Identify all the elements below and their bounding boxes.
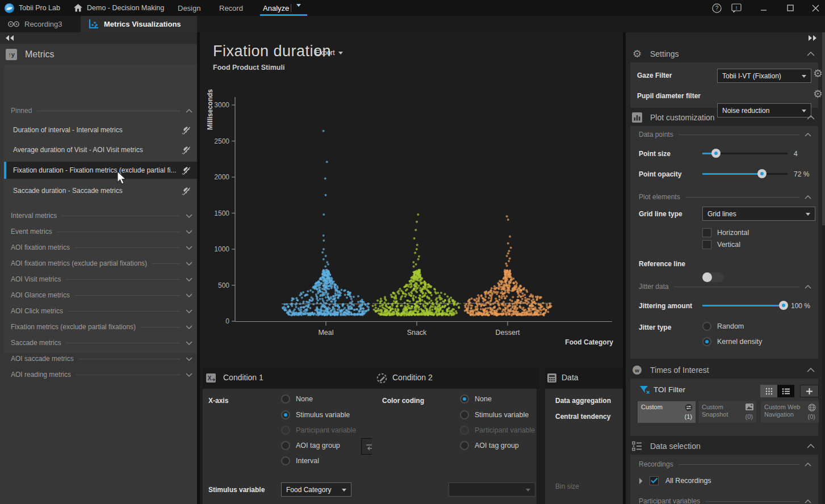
toi-panel: TOI Filter Custom [630,379,818,436]
maximize-button[interactable] [781,0,800,16]
pinned-item[interactable]: Duration of interval - Interval metrics [4,122,197,138]
svg-text:Meal: Meal [318,329,333,337]
stimulus-variable-dropdown[interactable]: Food Category [281,482,351,497]
list-view-button[interactable] [777,385,794,397]
data-selection-panel: Recordings All Recordings Participant va… [630,455,818,504]
nav-tab-analyze[interactable]: Analyze [257,0,295,16]
collapse-left-icon[interactable] [5,35,15,41]
grid-view-button[interactable] [760,385,777,397]
horizontal-checkbox[interactable] [702,228,711,237]
times-of-interest-section-header[interactable]: w Times of Interest [626,364,822,376]
chevron-down-icon [186,325,192,329]
tab-recording3[interactable]: Recording3 [0,16,70,32]
metric-category-aoi-fixation-metrics[interactable]: AOI fixation metrics [11,243,192,252]
settings-section-header[interactable]: ⚙ Settings [626,48,822,60]
toi-card-custom[interactable]: Custom (1) [638,401,696,423]
pinned-item[interactable]: Average duration of Visit - AOI Visit me… [4,142,197,158]
tobii-pro-lab-window: Tobii Pro Lab Demo - Decision Making Des… [0,0,825,504]
analyze-divider [291,4,291,12]
export-button[interactable]: Export [315,49,343,57]
nav-tab-record[interactable]: Record [213,0,249,16]
unpin-icon[interactable] [182,187,190,195]
radio-interval[interactable] [281,456,290,465]
dropdown-caret-icon [806,213,810,216]
minimize-button[interactable] [754,0,773,16]
gaze-filter-gear-icon[interactable]: ⚙ [813,67,823,80]
point-size-slider[interactable] [702,149,788,158]
metric-category-fixation-metrics-exclude-partial-fixations-[interactable]: Fixation metrics (exclude partial fixati… [11,322,192,331]
toi-card-custom-snapshot[interactable]: Custom Snapshot (0) [698,401,756,423]
metric-category-interval-metrics[interactable]: Interval metrics [11,211,192,220]
metric-category-saccade-metrics[interactable]: Saccade metrics [11,338,192,347]
data-points-subheader[interactable]: Data points [639,131,811,138]
help-button[interactable]: ? [707,0,726,16]
point-opacity-slider[interactable] [702,169,788,178]
grid-line-type-dropdown[interactable]: Grid lines [702,207,815,221]
list-view-icon [782,388,790,395]
metric-category-aoi-fixation-metrics-exclude-partial-fixations-[interactable]: AOI fixation metrics (exclude partial fi… [11,259,192,268]
settings-panel: Gaze Filter Tobii I-VT (Fixation) ⚙ Pupi… [630,62,818,108]
add-toi-filter-button[interactable] [800,385,819,397]
central-tendency-label[interactable]: Central tendency [555,413,610,421]
svg-text:1500: 1500 [214,209,229,217]
unpin-icon[interactable] [182,146,190,154]
radio-none[interactable] [281,394,290,404]
metric-category-aoi-visit-metrics[interactable]: AOI Visit metrics [11,275,192,284]
radio-stimulus-variable[interactable] [281,410,290,419]
close-button[interactable] [806,0,825,16]
svg-text:Dessert: Dessert [495,329,520,337]
recordings-subheader[interactable]: Recordings [639,460,811,468]
toi-card-custom-web-navigation[interactable]: Custom Web Navigation (0) [761,401,819,423]
pinned-section-header[interactable]: Pinned [11,106,192,115]
chevron-down-icon [186,373,192,377]
radio-cc-none[interactable] [460,394,469,404]
snapshot-image-icon [746,404,753,410]
right-scrollbar[interactable] [822,32,825,504]
svg-text:3000: 3000 [214,101,229,109]
pinned-item-selected[interactable]: Fixation duration - Fixation metrics (ex… [4,162,197,179]
all-recordings-checkbox[interactable] [650,476,659,485]
unpin-icon[interactable] [182,166,190,175]
bar-chart-icon [632,112,642,123]
mixer-icon [685,404,693,411]
metric-category-aoi-glance-metrics[interactable]: AOI Glance metrics [11,291,192,300]
collapse-right-icon[interactable] [807,35,818,41]
plot-customization-section-header[interactable]: Plot customization [626,111,822,124]
chevron-up-icon [807,52,815,56]
reference-line-toggle[interactable] [702,272,724,282]
metric-category-aoi-click-metrics[interactable]: AOI Click metrics [11,306,192,316]
vertical-checkbox[interactable] [702,240,711,249]
fixation-duration-chart[interactable]: 050010001500200025003000MillisecondsMeal… [200,32,623,353]
toi-filter-funnel-icon [640,386,650,394]
plot-elements-subheader[interactable]: Plot elements [639,193,811,201]
radio-aoi-tag-group[interactable] [281,441,290,450]
participant-variables-subheader[interactable]: Participant variables [639,497,811,504]
svg-text:0: 0 [225,317,229,325]
help-icon: ? [712,3,722,13]
nav-tab-design[interactable]: Design [172,0,206,16]
chevron-down-icon [186,214,192,218]
radio-cc-stimulus-variable[interactable] [460,410,469,419]
pupil-filter-gear-icon[interactable]: ⚙ [813,87,823,100]
pupil-filter-label: Pupil diameter filter [637,92,701,100]
jitter-data-subheader[interactable]: Jitter data [639,283,811,291]
unpin-icon[interactable] [182,126,190,135]
pinned-item[interactable]: Saccade duration - Saccade metrics [4,183,197,199]
tab-metrics-visualizations[interactable]: Metrics Visualizations [81,16,197,32]
metric-category-aoi-saccade-metrics[interactable]: AOI saccade metrics [11,354,192,363]
gaze-filter-dropdown[interactable]: Tobii I-VT (Fixation) [717,69,811,83]
data-selection-section-header[interactable]: Data selection [626,440,822,452]
svg-text:!: ! [736,5,738,11]
project-home[interactable]: Demo - Decision Making [74,0,164,16]
expand-arrow-icon[interactable] [639,478,643,484]
data-aggregation-label[interactable]: Data aggregation [555,397,611,405]
radio-jitter-random[interactable] [702,322,711,331]
stimulus-variable-label: Stimulus variable [208,486,265,494]
radio-jitter-kernel-density[interactable] [702,337,711,346]
jittering-amount-slider[interactable] [702,301,788,310]
metric-category-event-metrics[interactable]: Event metrics [11,227,192,236]
dropdown-caret-icon [526,489,530,492]
metric-category-aoi-reading-metrics[interactable]: AOI reading metrics [11,370,192,379]
feedback-button[interactable]: ! [727,0,746,16]
radio-cc-aoi-tag-group[interactable] [460,441,469,450]
